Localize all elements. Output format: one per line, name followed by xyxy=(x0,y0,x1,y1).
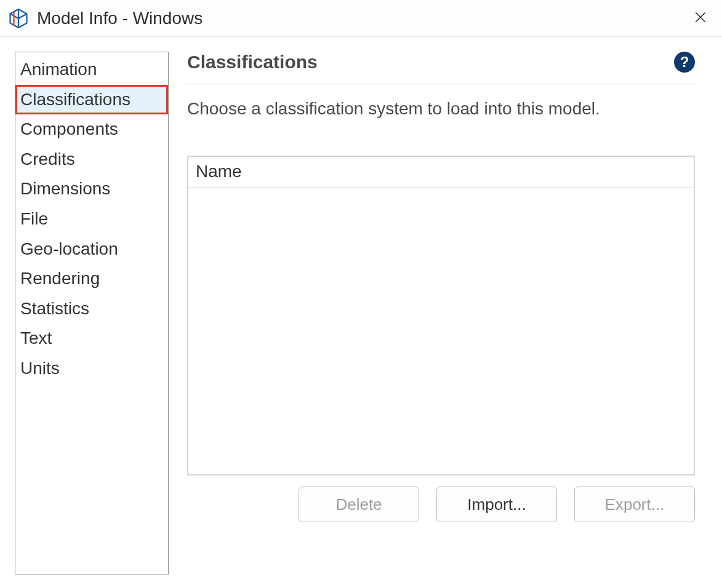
sidebar-item-rendering[interactable]: Rendering xyxy=(15,264,168,294)
panel-description: Choose a classification system to load i… xyxy=(187,99,695,119)
sidebar-item-statistics[interactable]: Statistics xyxy=(15,294,168,324)
close-icon xyxy=(694,10,707,26)
sidebar-item-animation[interactable]: Animation xyxy=(15,55,168,85)
button-row: Delete Import... Export... xyxy=(187,487,695,522)
sidebar-item-credits[interactable]: Credits xyxy=(15,145,168,175)
app-icon xyxy=(7,7,30,30)
delete-button[interactable]: Delete xyxy=(299,487,419,522)
sidebar-item-geo-location[interactable]: Geo-location xyxy=(15,234,168,264)
titlebar: Model Info - Windows xyxy=(0,0,722,37)
help-icon[interactable]: ? xyxy=(674,52,695,73)
export-button[interactable]: Export... xyxy=(574,487,695,522)
sidebar-item-units[interactable]: Units xyxy=(15,354,168,384)
window-title: Model Info - Windows xyxy=(37,9,203,28)
classification-table[interactable]: Name xyxy=(187,156,695,475)
table-column-name: Name xyxy=(196,162,242,181)
sidebar: Animation Classifications Components Cre… xyxy=(15,52,169,574)
close-button[interactable] xyxy=(686,4,715,33)
panel-title: Classifications xyxy=(187,52,318,73)
sidebar-item-dimensions[interactable]: Dimensions xyxy=(15,174,168,204)
main-panel: Classifications ? Choose a classificatio… xyxy=(187,52,707,573)
titlebar-left: Model Info - Windows xyxy=(7,7,203,30)
sidebar-item-classifications[interactable]: Classifications xyxy=(15,85,168,115)
sidebar-item-components[interactable]: Components xyxy=(15,114,168,145)
sidebar-item-text[interactable]: Text xyxy=(15,324,168,354)
panel-header: Classifications ? xyxy=(187,52,695,84)
import-button[interactable]: Import... xyxy=(436,487,557,522)
body-area: Animation Classifications Components Cre… xyxy=(0,37,722,588)
sidebar-item-file[interactable]: File xyxy=(15,204,168,234)
table-header[interactable]: Name xyxy=(188,157,694,188)
